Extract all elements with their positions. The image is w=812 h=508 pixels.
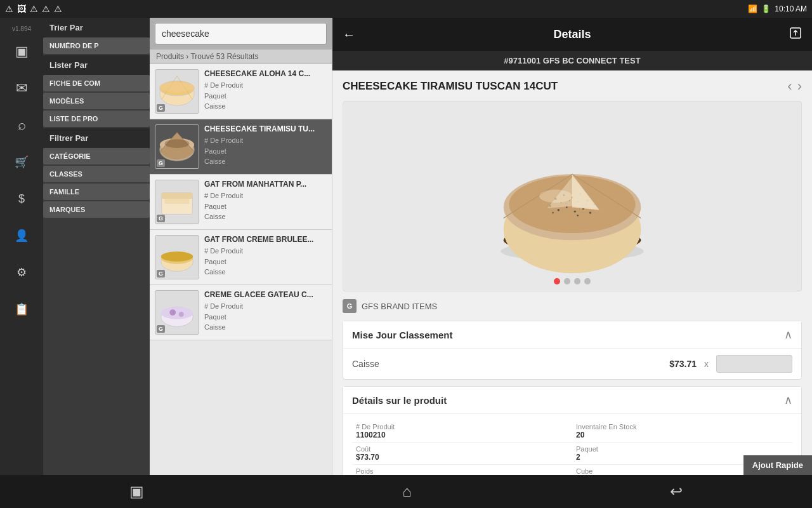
list-liste-button[interactable]: LISTE DE PRO xyxy=(43,110,150,127)
list-item[interactable]: G GAT FROM MANHATTAN P... # De ProduitPa… xyxy=(150,175,332,230)
product-badge-1: G xyxy=(157,104,165,112)
search-input[interactable] xyxy=(155,23,327,44)
list-modeles-button[interactable]: MODÈLES xyxy=(43,93,150,109)
nav-recent-apps-button[interactable]: ▣ xyxy=(129,483,144,500)
product-image-main xyxy=(490,114,655,279)
nav-home-button[interactable]: ⌂ xyxy=(402,483,412,500)
svg-point-45 xyxy=(552,212,554,214)
order-section-title: Mise Jour Classement xyxy=(352,330,452,340)
next-arrow[interactable]: › xyxy=(797,78,802,95)
detail-key-produit: # De Produit xyxy=(356,423,568,431)
filter-marques-button[interactable]: MARQUES xyxy=(43,201,150,218)
svg-point-36 xyxy=(558,209,560,211)
detail-key-paquet: Paquet xyxy=(576,445,789,453)
prev-arrow[interactable]: ‹ xyxy=(787,78,792,95)
product-name-4: GAT FROM CREME BRULEE... xyxy=(204,235,327,244)
sort-by-label: Trier Par xyxy=(43,18,150,37)
svg-point-18 xyxy=(161,307,193,319)
sidebar-item-user[interactable]: 👤 xyxy=(3,218,41,253)
product-name-1: CHEESECAKE ALOHA 14 C... xyxy=(204,69,327,78)
product-info-2: CHEESECAKE TIRAMISU TU... # De ProduitPa… xyxy=(204,124,327,167)
gallery-dot-2[interactable] xyxy=(564,278,570,284)
list-fiche-button[interactable]: FICHE DE COM xyxy=(43,75,150,91)
warning-icon-3: ⚠ xyxy=(42,4,50,14)
gallery-dot-4[interactable] xyxy=(584,278,591,284)
battery-icon: 🔋 xyxy=(761,4,771,13)
details-section-header: Détails sur le produit ∧ xyxy=(343,387,801,414)
list-item[interactable]: G CHEESECAKE ALOHA 14 C... # De ProduitP… xyxy=(150,64,332,119)
detail-row-produit: # De Produit 1100210 xyxy=(352,420,572,443)
sidebar-item-search[interactable]: ⌕ xyxy=(3,107,41,143)
sidebar-item-tablet[interactable]: ▣ xyxy=(3,34,41,69)
sidebar-item-invoice[interactable]: $ xyxy=(3,181,41,217)
product-list: G CHEESECAKE ALOHA 14 C... # De ProduitP… xyxy=(150,64,332,508)
sidebar-item-settings[interactable]: ⚙ xyxy=(3,255,41,290)
clipboard-icon: 📋 xyxy=(15,302,29,316)
back-button[interactable]: ← xyxy=(343,27,355,42)
share-button[interactable] xyxy=(789,27,802,43)
detail-row-inventaire: Inventaire En Stock 20 xyxy=(572,420,792,443)
product-detail-5: # De ProduitPaquetCaisse xyxy=(204,301,327,333)
product-info-3: GAT FROM MANHATTAN P... # De ProduitPaqu… xyxy=(204,180,327,222)
gallery-dot-1[interactable] xyxy=(554,278,560,284)
image-gallery xyxy=(343,101,802,291)
product-detail-1: # De ProduitPaquetCaisse xyxy=(204,80,327,112)
svg-point-16 xyxy=(161,251,193,262)
cart-icon: 🛒 xyxy=(15,155,29,169)
product-badge-5: G xyxy=(157,325,165,333)
svg-point-5 xyxy=(160,82,194,92)
toast-bar: Ajout Rapide xyxy=(743,455,812,475)
invoice-icon: $ xyxy=(18,192,25,206)
filter-famille-button[interactable]: FAMILLE xyxy=(43,184,150,200)
filter-categorie-button[interactable]: CATÉGORIE xyxy=(43,148,150,164)
brand-name: GFS BRAND ITEMS xyxy=(362,302,437,311)
breadcrumb: Produits › Trouvé 53 Résultats xyxy=(150,50,332,64)
product-name-2: CHEESECAKE TIRAMISU TU... xyxy=(204,124,327,133)
status-bar-right: 📶 🔋 10:10 AM xyxy=(748,4,807,13)
product-badge-2: G xyxy=(157,159,165,167)
sort-numero-button[interactable]: NUMÉRO DE P xyxy=(43,37,150,54)
product-badge-3: G xyxy=(157,215,165,222)
search-icon: ⌕ xyxy=(18,117,26,133)
warning-icon-1: ⚠ xyxy=(5,4,13,14)
order-section-header: Mise Jour Classement ∧ xyxy=(343,321,801,349)
image-icon: 🖼 xyxy=(17,4,26,14)
details-section-title: Détails sur le produit xyxy=(352,395,447,406)
list-item[interactable]: G GAT FROM CREME BRULEE... # De ProduitP… xyxy=(150,230,332,285)
svg-point-20 xyxy=(179,312,184,317)
gallery-dot-3[interactable] xyxy=(574,278,580,284)
product-thumbnail-5: G xyxy=(155,290,199,335)
svg-point-38 xyxy=(574,211,576,213)
user-icon: 👤 xyxy=(15,229,29,243)
sidebar-item-mail[interactable]: ✉ xyxy=(3,70,41,106)
order-section-toggle[interactable]: ∧ xyxy=(784,328,792,342)
sidebar-item-cart[interactable]: 🛒 xyxy=(3,144,41,180)
warning-icon-4: ⚠ xyxy=(54,4,62,14)
order-quantity-input[interactable] xyxy=(716,355,792,373)
bottom-nav: ▣ ⌂ ↩ xyxy=(0,475,812,508)
svg-point-19 xyxy=(169,309,176,316)
product-thumbnail-2: G xyxy=(155,124,199,169)
detail-val-inventaire: 20 xyxy=(576,431,789,439)
sidebar-item-clipboard[interactable]: 📋 xyxy=(3,291,41,327)
svg-point-49 xyxy=(539,190,572,203)
detail-key-inventaire: Inventaire En Stock xyxy=(576,423,789,431)
tablet-icon: ▣ xyxy=(15,43,29,60)
search-bar-area xyxy=(150,18,332,50)
sidebar-icons: v1.894 ▣ ✉ ⌕ 🛒 $ 👤 ⚙ 📋 xyxy=(0,18,43,508)
detail-val-cout: $73.70 xyxy=(356,453,568,462)
list-item[interactable]: G CREME GLACEE GATEAU C... # De ProduitP… xyxy=(150,285,332,340)
product-info-5: CREME GLACEE GATEAU C... # De ProduitPaq… xyxy=(204,290,327,333)
filter-classes-button[interactable]: CLASSES xyxy=(43,166,150,182)
nav-back-button[interactable]: ↩ xyxy=(670,483,683,500)
list-item[interactable]: G CHEESECAKE TIRAMISU TU... # De Produit… xyxy=(150,119,332,175)
order-price: $73.71 xyxy=(669,359,697,369)
svg-point-46 xyxy=(577,215,579,217)
detail-key-poids: Poids xyxy=(356,467,568,475)
details-section-toggle[interactable]: ∧ xyxy=(784,393,792,407)
svg-rect-12 xyxy=(162,192,193,199)
gallery-dots xyxy=(554,278,591,284)
detail-panel: ← Details #9711001 GFS BC CONNECT TEST C… xyxy=(332,18,812,508)
svg-point-10 xyxy=(165,139,190,148)
status-bar-left: ⚠ 🖼 ⚠ ⚠ ⚠ xyxy=(5,4,62,14)
